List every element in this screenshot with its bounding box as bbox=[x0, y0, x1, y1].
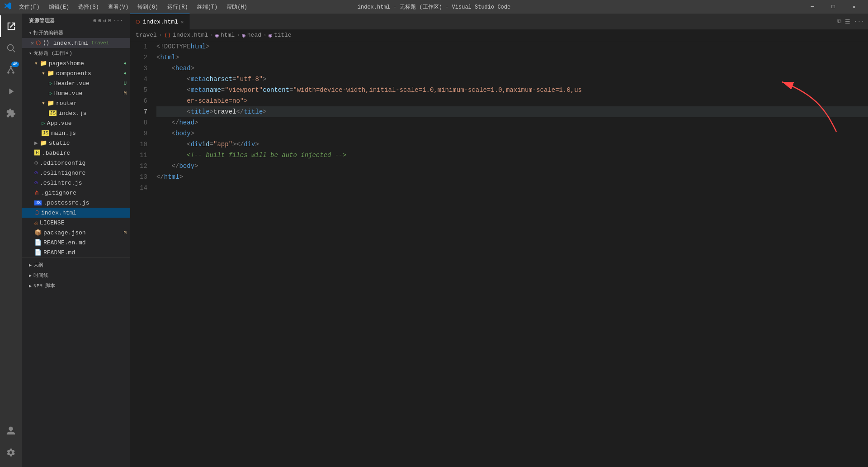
file-gitignore[interactable]: ⋔ .gitignore bbox=[22, 188, 130, 198]
line-num-4: 4 bbox=[134, 74, 147, 85]
close-button[interactable]: ✕ bbox=[844, 0, 864, 14]
file-index-js[interactable]: JS index.js bbox=[22, 108, 130, 118]
file-app-vue[interactable]: ▷ App.vue bbox=[22, 118, 130, 128]
header-vue-badge: U bbox=[123, 81, 127, 86]
collapse-all-icon[interactable]: ⊟ bbox=[108, 18, 112, 24]
folder-components[interactable]: ▾ 📁 components ● bbox=[22, 68, 130, 78]
vue-icon-home: ▷ bbox=[49, 90, 52, 97]
open-editors-section[interactable]: ▾ 打开的编辑器 bbox=[22, 28, 130, 38]
extensions-activity-icon[interactable] bbox=[0, 102, 22, 124]
breadcrumb-head[interactable]: head bbox=[247, 32, 261, 38]
close-editor-icon[interactable]: ✕ bbox=[31, 40, 34, 47]
code-line-5: <meta name="viewport" content="width=dev… bbox=[156, 85, 868, 95]
file-babelrc[interactable]: 🅱 .babelrc bbox=[22, 148, 130, 158]
breadcrumb-title[interactable]: title bbox=[274, 32, 292, 38]
file-main-js[interactable]: JS main.js bbox=[22, 128, 130, 138]
code-token: head bbox=[179, 117, 194, 128]
tab-close-button[interactable]: ✕ bbox=[181, 19, 184, 25]
editor-area: 1 2 3 4 5 6 7 8 9 10 11 12 13 14 bbox=[130, 41, 868, 467]
menu-selection[interactable]: 选择(S) bbox=[75, 2, 103, 12]
workspace-section[interactable]: ▾ 无标题 (工作区) bbox=[22, 48, 130, 58]
settings-activity-icon[interactable] bbox=[0, 442, 22, 463]
header-vue-name: Header.vue bbox=[54, 80, 90, 87]
folder-pages-home[interactable]: ▾ 📁 pages\home ● bbox=[22, 58, 130, 68]
code-token: = bbox=[289, 85, 293, 95]
open-editor-index-html[interactable]: ✕ ⬡ ⟨⟩ index.html travel bbox=[22, 38, 130, 48]
folder-router[interactable]: ▾ 📁 router bbox=[22, 98, 130, 108]
file-readme-en[interactable]: 📄 README.en.md bbox=[22, 238, 130, 248]
modified-dot: ● bbox=[124, 61, 127, 66]
license-icon: ⚖ bbox=[34, 219, 38, 226]
vue-icon-app: ▷ bbox=[42, 119, 45, 127]
folder-components-name: components bbox=[56, 70, 91, 77]
split-editor-icon[interactable]: ⧉ bbox=[837, 18, 841, 25]
run-activity-icon[interactable] bbox=[0, 81, 22, 102]
menu-help[interactable]: 帮助(H) bbox=[223, 2, 251, 12]
breadcrumb-index-html[interactable]: index.html bbox=[173, 32, 208, 38]
code-token: "viewport" bbox=[225, 85, 263, 95]
toggle-panel-icon[interactable]: ☰ bbox=[845, 18, 850, 25]
file-editorconfig[interactable]: ⚙ .editorconfig bbox=[22, 158, 130, 168]
timeline-section[interactable]: ▶ 时间线 bbox=[22, 270, 130, 281]
tab-index-html[interactable]: ⬡ index.html ✕ bbox=[130, 14, 190, 29]
code-token: > bbox=[175, 52, 179, 63]
code-line-9: <body> bbox=[156, 128, 868, 139]
menu-edit[interactable]: 编辑(E) bbox=[45, 2, 73, 12]
menu-terminal[interactable]: 终端(T) bbox=[193, 2, 222, 12]
code-token: </ bbox=[156, 172, 164, 182]
file-postcssrc[interactable]: JS .postcssrc.js bbox=[22, 198, 130, 208]
code-token: charset bbox=[206, 74, 232, 85]
babelrc-name: .babelrc bbox=[42, 150, 70, 157]
file-license[interactable]: ⚖ LICENSE bbox=[22, 218, 130, 228]
svg-line-1 bbox=[13, 50, 15, 52]
account-activity-icon[interactable] bbox=[0, 420, 22, 442]
sidebar: 资源管理器 ⊕ ⊕ ↺ ⊟ ··· ▾ 打开的编辑器 ✕ ⬡ ⟨⟩ index.… bbox=[22, 14, 130, 467]
code-token: </ bbox=[236, 106, 244, 117]
more-actions-icon[interactable]: ··· bbox=[854, 18, 864, 25]
menu-goto[interactable]: 转到(G) bbox=[134, 2, 162, 12]
line-num-11: 11 bbox=[134, 150, 147, 161]
refresh-icon[interactable]: ↺ bbox=[103, 18, 106, 24]
file-package-json[interactable]: 📦 package.json M bbox=[22, 228, 130, 238]
file-eslintrc[interactable]: ⊘ .eslintrc.js bbox=[22, 178, 130, 188]
code-token: html bbox=[160, 52, 175, 63]
file-header-vue[interactable]: ▷ Header.vue U bbox=[22, 78, 130, 88]
code-token: = bbox=[221, 85, 225, 95]
explorer-activity-icon[interactable] bbox=[0, 15, 22, 37]
npm-scripts-section[interactable]: ▶ NPM 脚本 bbox=[22, 281, 130, 291]
code-line-6: er-scalable=no"> bbox=[156, 95, 868, 106]
activity-bar: 45 bbox=[0, 14, 22, 467]
more-options-icon[interactable]: ··· bbox=[113, 18, 123, 24]
code-area[interactable]: <!DOCTYPE html> <html> <head> <meta char… bbox=[153, 41, 868, 467]
breadcrumb-html[interactable]: html bbox=[221, 32, 235, 38]
file-eslintignore[interactable]: ⊘ .eslintignore bbox=[22, 168, 130, 178]
source-control-badge: 45 bbox=[11, 62, 19, 67]
breadcrumb-travel[interactable]: travel bbox=[136, 32, 157, 38]
maximize-button[interactable]: □ bbox=[823, 0, 844, 14]
open-editor-icon-html: ⬡ bbox=[36, 39, 41, 47]
sidebar-header-icons[interactable]: ⊕ ⊕ ↺ ⊟ ··· bbox=[93, 18, 123, 24]
search-activity-icon[interactable] bbox=[0, 37, 22, 59]
code-token: ></ bbox=[232, 139, 244, 150]
folder-static[interactable]: ▶ 📁 static bbox=[22, 138, 130, 148]
outline-section[interactable]: ▶ 大纲 bbox=[22, 260, 130, 270]
minimize-button[interactable]: ─ bbox=[802, 0, 823, 14]
new-folder-icon[interactable]: ⊕ bbox=[98, 18, 101, 24]
readme-name: README.md bbox=[43, 249, 75, 256]
menu-run[interactable]: 运行(R) bbox=[164, 2, 192, 12]
menu-view[interactable]: 查看(V) bbox=[104, 2, 132, 12]
line-num-14: 14 bbox=[134, 182, 147, 193]
file-home-vue[interactable]: ▷ Home.vue M bbox=[22, 88, 130, 98]
editor-content[interactable]: 1 2 3 4 5 6 7 8 9 10 11 12 13 14 bbox=[130, 41, 868, 467]
window-controls[interactable]: ─ □ ✕ bbox=[802, 0, 864, 14]
menu-bar[interactable]: 文件(F) 编辑(E) 选择(S) 查看(V) 转到(G) 运行(R) 终端(T… bbox=[15, 2, 251, 12]
file-readme[interactable]: 📄 README.md bbox=[22, 248, 130, 257]
js-icon-index: JS bbox=[49, 110, 57, 116]
open-editor-group: travel bbox=[91, 40, 109, 46]
new-file-icon[interactable]: ⊕ bbox=[93, 18, 96, 24]
file-index-html-selected[interactable]: ⬡ index.html bbox=[22, 208, 130, 218]
code-line-10: <div id="app"></div> bbox=[156, 139, 868, 150]
menu-file[interactable]: 文件(F) bbox=[15, 2, 43, 12]
open-editors-collapse-icon: ▾ bbox=[29, 30, 32, 36]
source-control-activity-icon[interactable]: 45 bbox=[0, 59, 22, 81]
